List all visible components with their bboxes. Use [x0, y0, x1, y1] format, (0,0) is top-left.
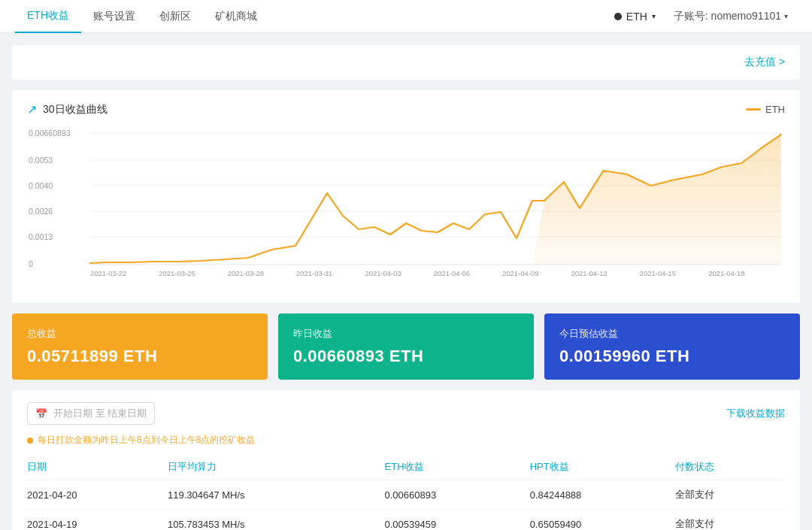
chart-area: 0.00660893 0.0053 0.0040 0.0026 0.0013 0…: [27, 126, 785, 291]
svg-text:2021-04-12: 2021-04-12: [571, 270, 607, 277]
earnings-chart: 0.00660893 0.0053 0.0040 0.0026 0.0013 0…: [27, 126, 785, 291]
stat-yesterday: 昨日收益 0.00660893 ETH: [278, 313, 534, 380]
stat-today-est-label: 今日预估收益: [559, 327, 785, 341]
stat-total-value: 0.05711899 ETH: [27, 347, 253, 366]
svg-text:2021-03-31: 2021-03-31: [296, 270, 332, 277]
recharge-link[interactable]: 去充值 >: [744, 56, 785, 69]
svg-text:0.0013: 0.0013: [29, 233, 53, 241]
chart-area-fill: [532, 135, 781, 265]
nav-eth-earnings[interactable]: ETH收益: [15, 0, 81, 33]
row1-status: 全部支付: [675, 510, 785, 531]
navigation: ETH收益 账号设置 创新区 矿机商城 ETH ▾ 子账号: nomemo911…: [0, 0, 812, 33]
col-hashrate: 日平均算力: [168, 454, 385, 480]
row0-status: 全部支付: [675, 480, 785, 510]
row1-eth: 0.00539459: [385, 510, 530, 531]
svg-text:0.0026: 0.0026: [29, 207, 53, 216]
recharge-card: 去充值 >: [12, 45, 800, 80]
table-card: 📅 开始日期 至 结束日期 下载收益数据 每日打款金额为昨日上午8点到今日上午8…: [12, 390, 800, 530]
coin-selector[interactable]: ETH ▾: [605, 11, 665, 23]
chart-title-label: 30日收益曲线: [43, 103, 108, 117]
download-link[interactable]: 下载收益数据: [726, 407, 785, 420]
stat-total: 总收益 0.05711899 ETH: [12, 313, 268, 380]
main-content: 去充值 > ↗ 30日收益曲线 ETH 0.00660893 0.0053 0.…: [0, 33, 812, 530]
stat-yesterday-value: 0.00660893 ETH: [293, 347, 519, 366]
col-date: 日期: [27, 454, 168, 480]
notice-bar: 每日打款金额为昨日上午8点到今日上午8点的挖矿收益: [27, 434, 785, 447]
nav-account-settings[interactable]: 账号设置: [81, 0, 147, 33]
row1-date: 2021-04-19: [27, 510, 168, 531]
table-toolbar: 📅 开始日期 至 结束日期 下载收益数据: [27, 402, 785, 425]
subaccount-label: 子账号: nomemo91101: [674, 10, 781, 23]
svg-text:2021-04-15: 2021-04-15: [640, 270, 676, 277]
row1-hashrate: 105.783453 MH/s: [168, 510, 385, 531]
svg-text:2021-04-06: 2021-04-06: [434, 270, 470, 277]
table-row: 2021-04-20 119.304647 MH/s 0.00660893 0.…: [27, 480, 785, 510]
row1-hpt: 0.65059490: [530, 510, 675, 531]
table-header: 日期 日平均算力 ETH收益 HPT收益 付数状态: [27, 454, 785, 480]
row0-hpt: 0.84244888: [530, 480, 675, 510]
table-body: 2021-04-20 119.304647 MH/s 0.00660893 0.…: [27, 480, 785, 531]
col-eth: ETH收益: [385, 454, 530, 480]
earnings-table: 日期 日平均算力 ETH收益 HPT收益 付数状态 2021-04-20 119…: [27, 454, 785, 530]
chart-header: ↗ 30日收益曲线 ETH: [27, 102, 785, 117]
svg-text:0.00660893: 0.00660893: [29, 129, 71, 138]
svg-text:2021-04-03: 2021-04-03: [365, 270, 401, 277]
nav-innovation-zone[interactable]: 创新区: [147, 0, 203, 33]
eth-dot-icon: [614, 13, 622, 20]
stat-yesterday-label: 昨日收益: [293, 327, 519, 341]
row0-hashrate: 119.304647 MH/s: [168, 480, 385, 510]
chart-legend: ETH: [746, 104, 785, 115]
svg-text:0.0053: 0.0053: [29, 156, 53, 165]
chevron-down-icon-sub: ▾: [784, 12, 788, 20]
stat-today-est: 今日预估收益 0.00159960 ETH: [544, 313, 800, 380]
date-range-picker[interactable]: 📅 开始日期 至 结束日期: [27, 402, 155, 425]
svg-text:2021-03-25: 2021-03-25: [159, 270, 195, 277]
stats-row: 总收益 0.05711899 ETH 昨日收益 0.00660893 ETH 今…: [12, 313, 800, 380]
row0-eth: 0.00660893: [385, 480, 530, 510]
svg-text:2021-04-18: 2021-04-18: [708, 270, 744, 277]
svg-text:0.0040: 0.0040: [29, 182, 53, 190]
chevron-down-icon: ▾: [652, 12, 656, 20]
row0-date: 2021-04-20: [27, 480, 168, 510]
stat-today-est-value: 0.00159960 ETH: [559, 347, 785, 366]
chart-icon: ↗: [27, 102, 37, 117]
calendar-icon: 📅: [35, 408, 47, 419]
svg-text:2021-03-28: 2021-03-28: [228, 270, 264, 277]
svg-text:0: 0: [29, 260, 33, 268]
legend-line-icon: [746, 108, 761, 111]
table-row: 2021-04-19 105.783453 MH/s 0.00539459 0.…: [27, 510, 785, 531]
chart-card: ↗ 30日收益曲线 ETH 0.00660893 0.0053 0.0040 0…: [12, 90, 800, 303]
notice-text: 每日打款金额为昨日上午8点到今日上午8点的挖矿收益: [38, 434, 255, 447]
col-status: 付数状态: [675, 454, 785, 480]
chart-title-container: ↗ 30日收益曲线: [27, 102, 108, 117]
date-range-placeholder: 开始日期 至 结束日期: [53, 407, 147, 420]
col-hpt: HPT收益: [530, 454, 675, 480]
nav-miner-shop[interactable]: 矿机商城: [203, 0, 269, 33]
legend-label: ETH: [765, 104, 785, 115]
svg-text:2021-03-22: 2021-03-22: [90, 270, 126, 277]
svg-text:2021-04-09: 2021-04-09: [502, 270, 538, 277]
notice-dot-icon: [27, 438, 33, 444]
stat-total-label: 总收益: [27, 327, 253, 341]
coin-label: ETH: [626, 11, 647, 23]
subaccount-selector[interactable]: 子账号: nomemo91101 ▾: [665, 10, 797, 23]
